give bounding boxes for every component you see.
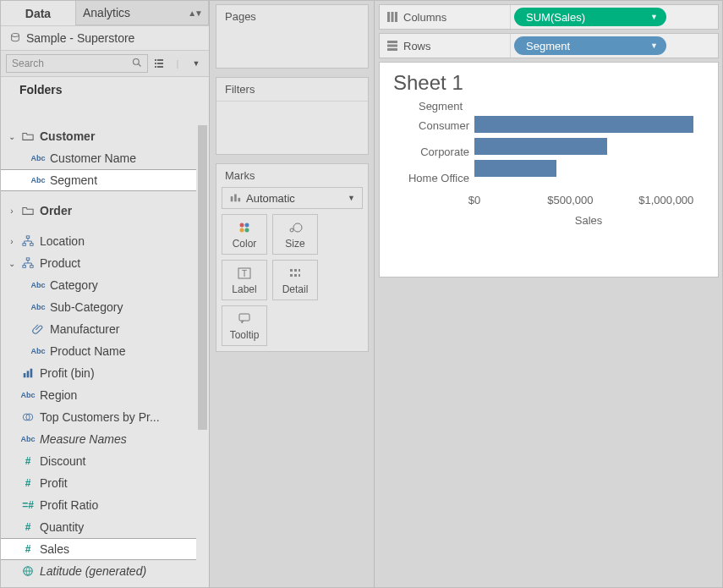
y-label: Corporate (393, 143, 469, 165)
svg-rect-6 (157, 63, 163, 64)
rows-pill-segment[interactable]: Segment ▼ (514, 36, 666, 55)
field-label: Latitude (generated) (40, 564, 209, 578)
datasource-row[interactable]: Sample - Superstore (1, 26, 209, 50)
mark-type-label: Automatic (246, 192, 295, 205)
search-placeholder: Search (12, 58, 44, 69)
tick-label: $500,000 (547, 194, 593, 206)
pages-card[interactable]: Pages (216, 4, 369, 69)
tab-data[interactable]: Data (1, 1, 75, 25)
field-location[interactable]: › Location (1, 230, 209, 252)
filters-card[interactable]: Filters (216, 77, 369, 155)
field-discount[interactable]: # Discount (1, 450, 209, 472)
marks-label-label: Label (232, 283, 256, 295)
set-icon (21, 411, 35, 423)
number-icon: # (21, 521, 35, 533)
svg-rect-14 (30, 266, 34, 268)
svg-point-25 (245, 223, 249, 227)
svg-rect-41 (395, 12, 397, 22)
columns-label: Columns (403, 11, 446, 24)
field-segment[interactable]: Abc Segment (1, 169, 209, 191)
field-quantity[interactable]: # Quantity (1, 516, 209, 538)
folder-customer[interactable]: ⌄ Customer (1, 125, 209, 147)
chevron-down-icon: ▼ (650, 13, 658, 21)
columns-shelf[interactable]: Columns SUM(Sales) ▼ (379, 4, 719, 30)
abc-icon: Abc (31, 347, 45, 355)
tab-analytics[interactable]: Analytics ▲▼ (75, 1, 209, 25)
field-label: Profit Ratio (40, 498, 209, 512)
number-icon: # (21, 477, 35, 489)
field-profit[interactable]: # Profit (1, 472, 209, 494)
mark-type-select[interactable]: Automatic ▼ (222, 187, 363, 209)
bar-consumer[interactable] (474, 116, 693, 133)
svg-rect-5 (155, 63, 156, 64)
svg-rect-12 (26, 258, 30, 261)
bars-zone (474, 114, 703, 194)
data-panel-menu[interactable]: ▼ (189, 56, 204, 71)
field-label: Product Name (50, 344, 209, 358)
abc-icon: Abc (31, 154, 45, 162)
columns-pill-sum-sales[interactable]: SUM(Sales) ▼ (514, 8, 666, 26)
marks-tooltip-button[interactable]: Tooltip (222, 305, 267, 346)
field-profit-bin[interactable]: Profit (bin) (1, 362, 209, 384)
field-region[interactable]: Abc Region (1, 384, 209, 406)
field-sub-category[interactable]: Abc Sub-Category (1, 296, 209, 318)
marks-size-button[interactable]: Size (272, 214, 318, 255)
svg-line-2 (139, 63, 141, 66)
rows-shelf[interactable]: Rows Segment ▼ (379, 33, 719, 58)
data-panel: Data Analytics ▲▼ Sample - Superstore Se… (1, 1, 210, 588)
bar-home-office[interactable] (474, 160, 556, 177)
scrollbar[interactable] (196, 125, 209, 588)
svg-text:T: T (242, 269, 247, 278)
tick-label: $0 (468, 194, 480, 206)
svg-point-28 (290, 228, 293, 232)
svg-rect-13 (23, 266, 26, 268)
worksheet-view[interactable]: Sheet 1 Segment Consumer Corporate Home … (379, 62, 719, 278)
bar-corporate[interactable] (474, 138, 607, 155)
marks-detail-button[interactable]: Detail (272, 260, 318, 300)
color-icon (238, 220, 251, 235)
field-label: Profit (bin) (40, 366, 209, 380)
search-row: Search | ▼ (1, 50, 209, 77)
field-sales[interactable]: # Sales (1, 538, 209, 560)
field-label: Category (50, 278, 209, 292)
svg-rect-7 (155, 66, 156, 68)
search-input[interactable]: Search (6, 54, 148, 73)
sheet-title[interactable]: Sheet 1 (393, 71, 703, 95)
pill-label: Segment (526, 40, 570, 52)
folder-icon (21, 205, 35, 217)
field-product[interactable]: ⌄ Product (1, 252, 209, 274)
marks-color-button[interactable]: Color (222, 214, 267, 255)
svg-rect-9 (26, 236, 30, 239)
view-list-icon[interactable] (151, 56, 167, 71)
svg-point-29 (293, 223, 302, 232)
field-top-customers[interactable]: Top Customers by Pr... (1, 406, 209, 428)
field-label: Location (40, 234, 209, 248)
folder-order[interactable]: › Order (1, 200, 209, 222)
marks-color-label: Color (233, 238, 257, 250)
svg-rect-15 (24, 373, 26, 377)
field-customer-name[interactable]: Abc Customer Name (1, 147, 209, 169)
field-manufacturer[interactable]: Manufacturer (1, 318, 209, 340)
marks-label-button[interactable]: T Label (222, 260, 267, 300)
field-profit-ratio[interactable]: =# Profit Ratio (1, 494, 209, 516)
view-panel: Columns SUM(Sales) ▼ Rows Segment ▼ Shee… (375, 1, 722, 588)
number-icon: # (21, 455, 35, 467)
y-label: Consumer (393, 117, 469, 139)
filters-title: Filters (216, 78, 368, 102)
scrollbar-thumb[interactable] (198, 125, 207, 430)
svg-rect-34 (299, 269, 300, 272)
tick-label: $1,000,000 (638, 194, 693, 206)
field-category[interactable]: Abc Category (1, 274, 209, 296)
field-product-name[interactable]: Abc Product Name (1, 340, 209, 362)
svg-rect-42 (387, 41, 397, 43)
svg-rect-11 (30, 244, 34, 246)
size-icon (288, 220, 303, 235)
bar-chart-icon (229, 191, 241, 206)
field-latitude-generated[interactable]: Latitude (generated) (1, 560, 209, 582)
marks-title: Marks (216, 164, 368, 187)
field-measure-names[interactable]: Abc Measure Names (1, 428, 209, 450)
svg-rect-32 (290, 269, 293, 272)
abc-icon: Abc (21, 435, 35, 443)
svg-rect-33 (294, 269, 297, 272)
field-label: Top Customers by Pr... (40, 410, 209, 424)
